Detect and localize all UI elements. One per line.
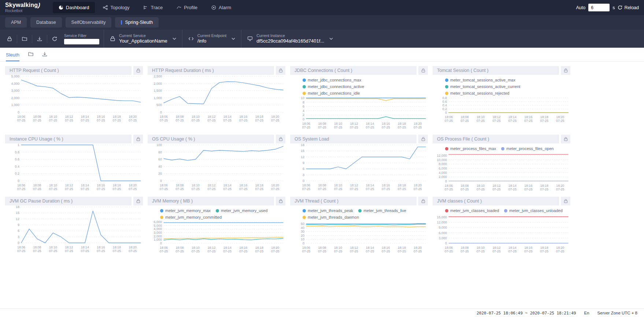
chart-title: OS Process File ( Count ) [437, 136, 489, 142]
legend-item[interactable]: meter_jdbc_connections_max [303, 77, 361, 83]
lock-icon [279, 199, 283, 203]
legend-item[interactable]: meter_process_files_max [445, 145, 496, 152]
svg-text:18: 18 [16, 205, 19, 209]
chart-lock-button[interactable] [276, 197, 285, 205]
legend-item[interactable]: meter_jvm_classes_loaded [445, 207, 499, 214]
import-dashboard-button[interactable] [28, 51, 33, 61]
legend-dot [501, 147, 504, 150]
chart-title: OS System Load [295, 136, 329, 142]
dashboard-icon [59, 5, 63, 10]
svg-text:20: 20 [158, 172, 162, 175]
svg-text:18:14: 18:14 [366, 122, 374, 125]
svg-text:07-25: 07-25 [524, 119, 533, 123]
svg-text:18:16: 18:16 [239, 183, 247, 187]
nav-item-alarm[interactable]: Alarm [206, 2, 237, 13]
svg-text:3: 3 [303, 173, 304, 177]
chart-lock-button[interactable] [418, 66, 428, 75]
svg-text:8,000: 8,000 [438, 162, 447, 166]
svg-text:500: 500 [156, 103, 162, 107]
svg-text:0: 0 [18, 110, 19, 114]
svg-text:07-25: 07-25 [540, 187, 549, 191]
trace-icon [143, 5, 148, 10]
legend-item[interactable]: meter_jdbc_connections_active [303, 83, 364, 90]
legend-item[interactable]: meter_jvm_memory_used [216, 207, 267, 214]
svg-text:18:14: 18:14 [81, 183, 89, 187]
chart-lock-button[interactable] [561, 135, 570, 143]
svg-text:30: 30 [301, 230, 304, 233]
chart-lock-button[interactable] [418, 197, 428, 205]
chart-lock-button[interactable] [133, 135, 143, 143]
svg-text:18:18: 18:18 [540, 115, 548, 119]
tab-apm[interactable]: APM [5, 17, 27, 28]
svg-text:07-25: 07-25 [477, 249, 485, 253]
legend-item[interactable]: meter_jvm_memory_max [160, 207, 211, 214]
refresh-templates-button[interactable] [47, 35, 62, 43]
nav-item-profile[interactable]: Profile [171, 2, 203, 13]
svg-text:18:10: 18:10 [334, 122, 342, 125]
chart-lock-button[interactable] [276, 66, 285, 75]
svg-text:07-25: 07-25 [302, 249, 311, 253]
legend-item[interactable]: meter_tomcat_sessions_active_max [445, 77, 515, 83]
svg-text:0: 0 [160, 241, 162, 245]
svg-text:2,500: 2,500 [153, 75, 162, 78]
svg-text:40: 40 [301, 226, 304, 230]
svg-text:0: 0 [160, 110, 162, 114]
chart-lock-button[interactable] [133, 66, 143, 75]
chart-title: JDBC Connections ( Count ) [295, 68, 352, 73]
current-service-selector[interactable]: Current Service Your_ApplicationName [104, 30, 182, 48]
chart-lock-button[interactable] [276, 135, 285, 143]
current-instance-selector[interactable]: Current Instance df5cc29cca094af4b165d74… [241, 30, 339, 48]
svg-text:18:14: 18:14 [508, 115, 517, 119]
tab-selfobservability[interactable]: SelfObservability [66, 17, 112, 28]
svg-text:07-25: 07-25 [271, 187, 280, 191]
svg-text:07-25: 07-25 [113, 119, 121, 122]
lock-icon [564, 199, 568, 203]
tab-database[interactable]: Database [30, 17, 62, 28]
svg-text:07-25: 07-25 [398, 125, 406, 129]
legend-item[interactable]: meter_jvm_threads_live [358, 207, 406, 214]
service-filter-input[interactable] [64, 39, 99, 44]
svg-text:07-25: 07-25 [556, 187, 565, 191]
chart-lock-button[interactable] [418, 135, 428, 143]
svg-text:18:16: 18:16 [239, 115, 247, 119]
export-dashboard-button[interactable] [42, 51, 47, 61]
legend-item[interactable]: meter_jvm_threads_peak [303, 207, 353, 214]
svg-text:0: 0 [303, 179, 304, 183]
svg-text:18:06: 18:06 [302, 122, 310, 125]
reload-button[interactable]: Reload [618, 5, 639, 10]
legend-item[interactable]: meter_process_files_open [501, 145, 554, 152]
chart-lock-button[interactable] [133, 197, 143, 205]
import-template-button[interactable] [17, 35, 32, 43]
chart-canvas: 5,0004,0003,0002,0001,000018:0607-2518:0… [5, 75, 143, 123]
current-endpoint-selector[interactable]: Current Endpoint /info [182, 30, 241, 48]
nav-item-trace[interactable]: Trace [137, 2, 169, 13]
legend-item[interactable]: meter_jvm_classes_unloaded [504, 207, 563, 214]
svg-text:07-25: 07-25 [382, 249, 390, 253]
legend-item[interactable]: meter_tomcat_sessions_active_current [445, 83, 520, 90]
chart-title-bar: Instance CPU Usage ( % ) [5, 135, 132, 143]
svg-text:07-25: 07-25 [33, 187, 41, 191]
tab-spring-sleuth[interactable]: Spring-Sleuth [115, 17, 159, 28]
legend-item[interactable]: meter_tomcat_sessions_rejected [445, 90, 509, 96]
nav-item-dashboard[interactable]: Dashboard [53, 2, 95, 13]
svg-text:18:20: 18:20 [271, 115, 279, 119]
chart-lock-button[interactable] [561, 197, 570, 205]
svg-text:10: 10 [301, 237, 304, 241]
svg-text:18:20: 18:20 [556, 115, 564, 119]
svg-text:07-25: 07-25 [508, 187, 517, 191]
chart-lock-button[interactable] [561, 66, 570, 75]
svg-text:18:16: 18:16 [524, 184, 532, 187]
legend-item[interactable]: meter_jvm_memory_committed [160, 214, 222, 221]
svg-text:18:20: 18:20 [414, 246, 422, 249]
legend-item[interactable]: meter_jdbc_connections_idle [303, 90, 360, 96]
nav-item-topology[interactable]: Topology [97, 2, 135, 13]
chart-panel: HTTP Request Duration ( ms )2,5002,0001,… [148, 66, 285, 132]
tab-sleuth[interactable]: Sleuth [6, 52, 19, 61]
lock-template-button[interactable] [2, 35, 17, 43]
chart-canvas: 15,00012,0009,0006,0003,000018:0607-2518… [433, 214, 570, 254]
svg-text:0: 0 [445, 179, 447, 183]
legend-item[interactable]: meter_jvm_threads_daemon [303, 214, 359, 221]
export-template-button[interactable] [32, 35, 47, 43]
svg-text:0.6: 0.6 [442, 100, 447, 103]
auto-interval-input[interactable] [588, 4, 610, 11]
